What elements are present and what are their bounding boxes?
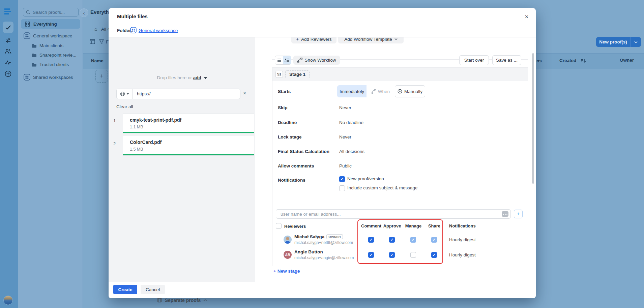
activity-icon[interactable] (5, 60, 11, 65)
new-proof-split-button[interactable]: New proof(s) (596, 37, 641, 47)
workflow-icon (372, 89, 376, 94)
reviewer-name: Michał Sałyga (294, 234, 324, 239)
reviewer-search-input[interactable] (276, 209, 511, 219)
setting-label: Allow comments (278, 163, 314, 168)
select-all-reviewers-checkbox[interactable] (276, 223, 282, 229)
search-icon (26, 10, 30, 14)
new-proof-button[interactable]: New proof(s) (596, 37, 630, 47)
approve-checkbox[interactable] (389, 237, 395, 243)
add-reviewer-plus-button[interactable]: + (514, 210, 523, 218)
all-proofs-tab[interactable]: All 48 (101, 27, 109, 32)
drop-files-hint: Drop files here or add (109, 75, 255, 80)
detailed-list-view-button[interactable] (283, 56, 291, 64)
collapse-sidebar-button[interactable]: ‹ (80, 8, 88, 17)
start-over-button[interactable]: Start over (459, 55, 489, 65)
home-icon[interactable]: ⌂ (94, 26, 97, 32)
filter-label[interactable]: F (106, 39, 109, 44)
approve-checkbox[interactable] (389, 252, 395, 258)
share-checkbox[interactable] (431, 252, 437, 258)
url-protocol-select[interactable] (117, 89, 133, 99)
manage-checkbox[interactable] (410, 237, 416, 243)
detailed-list-icon (285, 58, 289, 62)
sidebar-item-trusted-clients[interactable]: Trusted clients (32, 62, 69, 67)
list-icon (277, 58, 282, 62)
sidebar-item-label: Trusted clients (39, 62, 69, 67)
sidebar-item-everything[interactable]: Everything (21, 19, 80, 29)
cancel-button[interactable]: Cancel (141, 285, 165, 294)
starts-when-option[interactable]: When (369, 85, 393, 97)
setting-value[interactable]: Public (339, 163, 352, 168)
ziflow-logo-icon (4, 8, 11, 14)
show-workflow-button[interactable]: Show Workflow (293, 56, 340, 65)
new-stage-link[interactable]: + New stage (273, 269, 300, 274)
folder-link[interactable]: General workspace (139, 28, 178, 33)
workspace-icon (24, 32, 30, 39)
files-panel: Drop files here or add ✕ Clear all 1 cmy… (109, 37, 255, 282)
close-icon[interactable]: ✕ (523, 13, 531, 21)
user-avatar[interactable] (3, 296, 13, 305)
workflow-panel: + Add Reviewers Add Workflow Template Sh… (256, 37, 536, 282)
column-header-name[interactable]: Name (91, 58, 104, 63)
file-card[interactable]: cmyk-test-print-pdf.pdf 1.1 MB (123, 114, 254, 133)
reviewer-name-row: Michał SałygaOWNER (294, 234, 343, 239)
notification-frequency[interactable]: Hourly digest (449, 252, 476, 257)
caret-down-icon (126, 93, 129, 95)
url-input-row[interactable] (116, 89, 240, 99)
column-header-owner[interactable]: Owner (620, 58, 634, 63)
separate-proofs-toggle[interactable]: Separate proofs (109, 298, 255, 303)
stage-name-field[interactable]: Stage 1 (285, 70, 310, 78)
starts-immediately-option[interactable]: Immediately (337, 85, 367, 97)
column-header-comment: Comment (361, 223, 381, 228)
add-files-link[interactable]: add (193, 75, 201, 80)
grid-icon (25, 22, 30, 27)
sidebar-item-label: Everything (33, 22, 57, 27)
add-workflow-template-button[interactable]: Add Workflow Template (338, 37, 404, 43)
reviewer-avatar-initials: AB (284, 251, 292, 259)
new-proof-version-checkbox[interactable] (339, 176, 345, 182)
comment-checkbox[interactable] (368, 252, 374, 258)
setting-value[interactable]: No deadline (339, 120, 363, 125)
column-header-approve: Approve (383, 223, 401, 228)
sidebar-item-general-workspace[interactable]: General workspace (24, 32, 72, 39)
simple-list-view-button[interactable] (275, 56, 283, 64)
check-icon[interactable] (5, 25, 11, 30)
file-index: 1 (113, 118, 116, 123)
search-proofs-input[interactable]: Search proofs... (23, 8, 79, 17)
multiple-emails-icon[interactable] (502, 211, 508, 217)
caret-down-icon[interactable] (204, 77, 207, 79)
new-proof-dropdown-button[interactable] (631, 37, 641, 47)
url-input[interactable] (133, 91, 240, 96)
notification-frequency[interactable]: Hourly digest (449, 237, 476, 242)
clear-url-icon[interactable]: ✕ (243, 91, 246, 96)
save-as-button[interactable]: Save as ... (492, 55, 521, 65)
folder-icon (32, 53, 37, 57)
add-proof-dropzone[interactable]: + (95, 70, 108, 83)
sidebar-item-sharepoint[interactable]: Sharepoint revie... (32, 53, 77, 58)
setting-label: Deadline (278, 120, 297, 125)
sidebar-item-shared-workspaces[interactable]: Shared workspaces (24, 74, 73, 81)
setting-value[interactable]: All decisions (339, 149, 364, 154)
setting-value[interactable]: Never (339, 134, 351, 140)
column-header-versions[interactable]: ns (536, 58, 542, 63)
setting-value[interactable]: Never (339, 105, 351, 110)
column-header-created[interactable]: Created (559, 58, 576, 63)
compare-icon[interactable] (5, 38, 11, 43)
people-icon[interactable] (5, 49, 11, 54)
clear-all-link[interactable]: Clear all (116, 104, 133, 109)
manage-checkbox[interactable] (410, 252, 416, 258)
filter-funnel-icon[interactable] (99, 39, 104, 44)
create-button[interactable]: Create (113, 285, 137, 294)
add-circle-icon[interactable] (5, 70, 11, 77)
share-checkbox[interactable] (431, 237, 437, 243)
add-reviewers-button[interactable]: + Add Reviewers (291, 37, 336, 43)
setting-label: Final Status Calculation (278, 149, 329, 154)
modal-scrollbar[interactable] (532, 53, 534, 184)
file-card[interactable]: ColorCard.pdf 1.5 MB (123, 136, 254, 156)
comment-checkbox[interactable] (368, 237, 374, 243)
custom-subject-checkbox[interactable] (339, 185, 345, 191)
sidebar-item-main-clients[interactable]: Main clients (32, 43, 63, 48)
sidebar-item-label: Main clients (39, 43, 63, 48)
list-view-icon[interactable] (90, 39, 95, 44)
starts-manually-option[interactable]: Manually (395, 85, 425, 97)
sort-descending-icon[interactable] (581, 59, 586, 63)
